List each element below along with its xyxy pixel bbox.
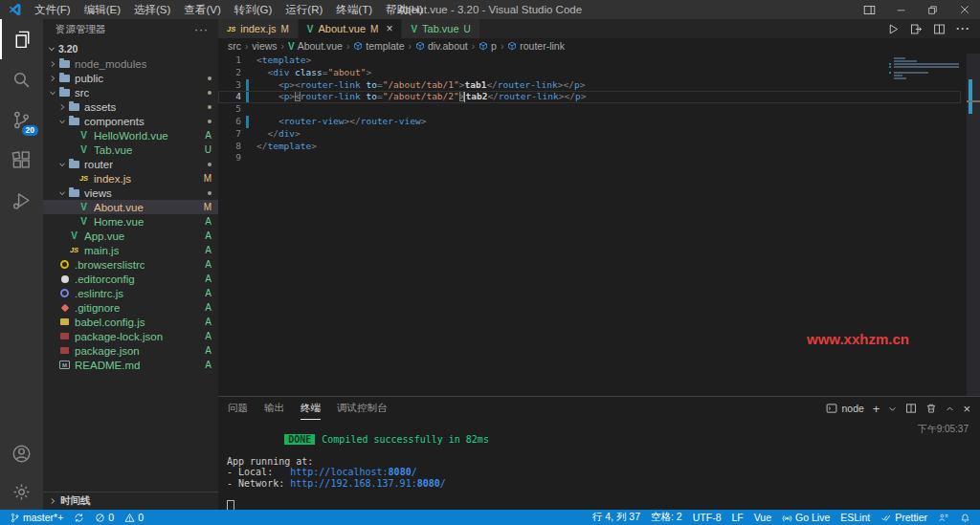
breadcrumb-item[interactable]: VAbout.vue (288, 40, 343, 52)
tree-item[interactable]: VHelloWorld.vueA (43, 128, 218, 142)
panel-tab[interactable]: 输出 (264, 397, 284, 420)
menu-item[interactable]: 终端(T) (329, 0, 379, 19)
tree-item[interactable]: JSmain.jsA (43, 243, 218, 257)
status-item[interactable]: master*+ (10, 512, 63, 523)
settings-gear-icon[interactable] (0, 473, 43, 510)
tree-item[interactable]: VApp.vueA (43, 229, 218, 243)
status-item[interactable]: Prettier (880, 512, 927, 523)
menu-item[interactable]: 查看(V) (177, 0, 227, 19)
git-status-dot (208, 163, 212, 166)
status-item[interactable] (960, 513, 970, 523)
run-debug-icon[interactable] (0, 180, 43, 220)
explorer-icon[interactable] (0, 19, 43, 59)
editor-tab[interactable]: VTab.vueU (402, 19, 479, 38)
status-item[interactable]: 0 (124, 512, 144, 523)
terminal-shell-select[interactable]: node (826, 403, 863, 414)
status-item[interactable]: LF (731, 512, 743, 523)
open-changes-icon[interactable] (910, 23, 923, 35)
tree-item[interactable]: src (43, 85, 218, 99)
editor-tab[interactable]: VAbout.vueM× (299, 19, 402, 38)
run-file-icon[interactable] (887, 23, 900, 35)
tree-item[interactable]: .browserslistrcA (43, 257, 218, 272)
code-editor[interactable]: 1<template>2 <div class="about">3 <p><ro… (218, 54, 980, 396)
overview-ruler[interactable] (967, 54, 980, 396)
terminal-timestamp: 下午9:05:37 (918, 424, 969, 435)
folder-icon (67, 189, 81, 197)
breadcrumb-item[interactable]: router-link (507, 40, 565, 52)
tree-item[interactable]: router (43, 157, 218, 171)
close-tab-icon[interactable]: × (386, 23, 392, 34)
new-terminal-icon[interactable]: + (873, 403, 880, 415)
panel-tab[interactable]: 终端 (301, 397, 321, 420)
timeline-section[interactable]: 时间线 (43, 492, 218, 510)
status-item[interactable]: 空格: 2 (651, 511, 682, 524)
tree-item[interactable]: MREADME.mdA (43, 358, 218, 372)
tree-item[interactable]: .editorconfigA (43, 272, 218, 286)
source-control-icon[interactable]: 20 (0, 99, 43, 140)
more-actions-icon[interactable]: ··· (194, 23, 209, 36)
tree-item[interactable]: JSindex.jsM (43, 171, 218, 186)
tree-item[interactable]: package-lock.jsonA (43, 329, 218, 343)
maximize-panel-icon[interactable] (946, 405, 954, 413)
tree-item[interactable]: .gitignoreA (43, 300, 218, 315)
status-item[interactable]: UTF-8 (693, 512, 722, 523)
tree-item[interactable]: .eslintrc.jsA (43, 286, 218, 300)
close-panel-icon[interactable]: × (963, 403, 970, 415)
panel-tab[interactable]: 调试控制台 (337, 397, 388, 420)
minimap[interactable] (894, 57, 961, 83)
breadcrumb-item[interactable]: src (228, 40, 241, 52)
kill-terminal-icon[interactable] (925, 403, 937, 414)
menu-item[interactable]: 转到(G) (228, 0, 279, 19)
account-icon[interactable] (0, 433, 43, 473)
panel-tab[interactable]: 问题 (228, 397, 248, 420)
status-item[interactable]: Go Live (782, 512, 830, 523)
restore-icon[interactable] (917, 0, 948, 19)
tree-item[interactable]: public (43, 71, 218, 85)
done-badge: DONE (284, 434, 315, 445)
menu-item[interactable]: 文件(F) (28, 0, 78, 19)
breadcrumb-item[interactable]: div.about (415, 40, 468, 52)
status-item[interactable]: ESLint (840, 512, 870, 523)
close-window-icon[interactable] (948, 0, 980, 19)
tree-item[interactable]: views (43, 186, 218, 200)
layout-toggle-icon[interactable] (854, 0, 885, 19)
tree-item-label: Home.vue (94, 216, 144, 228)
breadcrumb-item[interactable]: views (252, 40, 277, 52)
project-section-header[interactable]: 3.20 (43, 40, 218, 56)
terminal-line: DONECompiled successfully in 82ms (227, 423, 980, 434)
status-item[interactable] (74, 513, 84, 523)
more-actions-icon[interactable]: ··· (956, 26, 970, 32)
terminal-content[interactable]: DONECompiled successfully in 82ms App ru… (218, 420, 980, 511)
status-item[interactable]: 行 4, 列 37 (592, 511, 640, 524)
split-editor-icon[interactable] (933, 23, 946, 35)
status-right: 行 4, 列 37空格: 2UTF-8LFVueGo LiveESLintPre… (582, 511, 970, 524)
menu-item[interactable]: 选择(S) (127, 0, 177, 19)
chevron-down-icon (56, 118, 67, 125)
git-status-dot (208, 191, 212, 195)
tree-item-label: public (75, 73, 103, 84)
split-terminal-icon[interactable] (905, 403, 917, 414)
status-item[interactable]: 0 (95, 512, 114, 523)
search-icon[interactable] (0, 59, 43, 99)
line-number: 9 (218, 152, 241, 164)
breadcrumb-item[interactable]: p (479, 40, 497, 52)
tree-item[interactable]: node_modules (43, 56, 218, 71)
menu-item[interactable]: 帮助(H) (379, 0, 430, 19)
tree-item[interactable]: VHome.vueA (43, 214, 218, 229)
menu-item[interactable]: 运行(R) (278, 0, 329, 19)
tree-item[interactable]: package.jsonA (43, 343, 218, 358)
tree-item[interactable]: VAbout.vueM (43, 200, 218, 214)
breadcrumb-item[interactable]: template (353, 40, 404, 52)
chevron-down-icon[interactable] (888, 405, 897, 413)
minimize-icon[interactable] (885, 0, 917, 19)
menu-item[interactable]: 编辑(E) (78, 0, 127, 19)
tree-item[interactable]: VTab.vueU (43, 142, 218, 157)
status-item[interactable] (938, 513, 949, 523)
modified-gutter-mark (246, 103, 249, 116)
tree-item[interactable]: components (43, 114, 218, 128)
editor-tab[interactable]: JSindex.jsM (218, 19, 298, 38)
extensions-icon[interactable] (0, 140, 43, 180)
status-item[interactable]: Vue (754, 512, 771, 523)
tree-item[interactable]: babel.config.jsA (43, 315, 218, 329)
tree-item[interactable]: assets (43, 99, 218, 114)
